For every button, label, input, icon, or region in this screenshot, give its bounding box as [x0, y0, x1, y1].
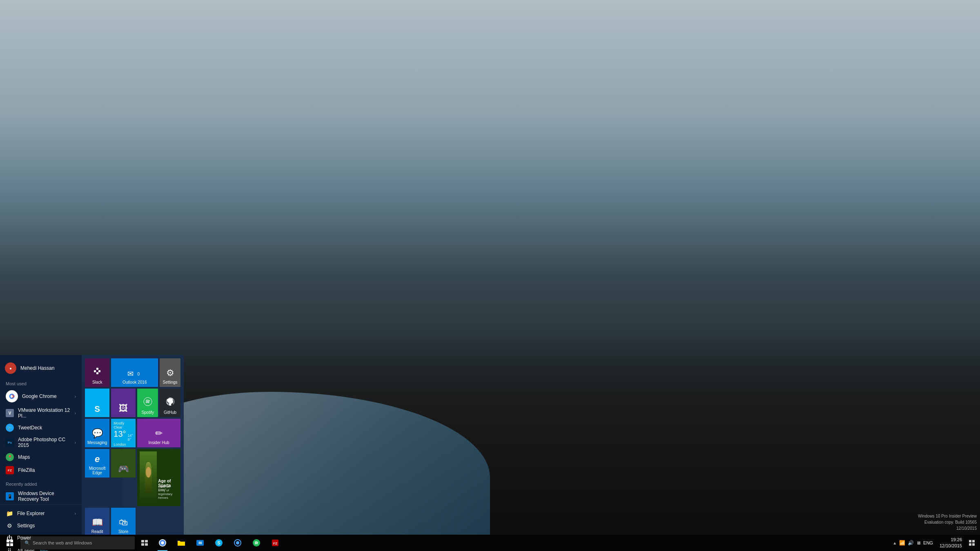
most-used-label: Most used: [0, 379, 82, 388]
menu-item-tweetdeck[interactable]: 🐦 TweetDeck: [0, 421, 82, 434]
win-info-date: 12/10/2015: [918, 525, 977, 531]
weather-info: Mostly Clear 13° 14° 8° London: [114, 421, 133, 447]
tile-store[interactable]: 🛍 Store: [111, 508, 136, 535]
taskbar-icon-outlook[interactable]: ✉: [191, 535, 209, 551]
svg-point-2: [11, 395, 13, 398]
recently-added-label: Recently added: [0, 479, 82, 488]
tile-messaging[interactable]: 💬 Messaging: [85, 419, 109, 447]
messaging-tile-icon: 💬: [92, 428, 103, 439]
power-label: Power: [17, 535, 31, 541]
power-icon: ⏻: [6, 534, 13, 542]
svg-point-25: [236, 541, 239, 544]
weather-condition: Mostly Clear: [114, 421, 133, 429]
svg-rect-6: [96, 372, 98, 374]
user-profile[interactable]: ● Mehedi Hassan: [0, 359, 82, 379]
tile-age-of-sparta[interactable]: Age of Sparta Free* Lead an army of lege…: [137, 449, 180, 506]
tile-photo[interactable]: 🖼: [111, 389, 136, 417]
tile-github[interactable]: GitHub: [160, 389, 180, 417]
svg-point-19: [161, 542, 164, 544]
wdrt-icon: 📱: [6, 492, 14, 500]
clock-time: 19:26: [951, 537, 962, 543]
user-avatar: ●: [5, 362, 16, 374]
svg-rect-5: [96, 368, 98, 370]
tweetdeck-label: TweetDeck: [18, 425, 42, 431]
taskbar-icon-filezilla[interactable]: FZ: [266, 535, 284, 551]
github-tile-icon: [166, 397, 175, 409]
vmware-arrow: ›: [75, 411, 76, 415]
menu-item-chrome[interactable]: Google Chrome ›: [0, 388, 82, 405]
edge-tile-label: Microsoft Edge: [87, 466, 107, 475]
spotify-tile-icon: [143, 397, 152, 409]
menu-item-settings[interactable]: ⚙ Settings: [0, 520, 82, 532]
menu-item-file-explorer[interactable]: 📁 File Explorer ›: [0, 507, 82, 520]
taskbar-icon-cortana[interactable]: [229, 535, 247, 551]
svg-text:✉: ✉: [198, 541, 202, 545]
taskbar-icon-file-explorer[interactable]: [172, 535, 190, 551]
spotify-tile-label: Spotify: [140, 410, 156, 415]
menu-item-power[interactable]: ⏻ Power: [0, 532, 82, 544]
start-tiles-panel: Slack ✉ 0 Outlook 2016 ⚙ Settings S 🖼: [82, 355, 184, 535]
language-indicator[interactable]: ENG: [923, 540, 933, 545]
notification-chevron-icon[interactable]: ▲: [893, 541, 897, 545]
svg-rect-15: [141, 543, 144, 546]
taskbar-icon-skype[interactable]: S: [210, 535, 228, 551]
menu-item-vmware[interactable]: V VMware Workstation 12 Pl... ›: [0, 405, 82, 421]
menu-item-filezilla[interactable]: FZ FileZilla: [0, 464, 82, 477]
vmware-icon: V: [6, 409, 14, 417]
tile-settings[interactable]: ⚙ Settings: [160, 358, 180, 387]
svg-rect-30: [972, 540, 975, 542]
tile-game1[interactable]: 🎮: [111, 449, 136, 478]
tile-slack[interactable]: Slack: [85, 358, 109, 387]
volume-icon[interactable]: 🔊: [908, 540, 914, 546]
taskbar-sys-icons: ▲ 📶 🔊 🖥 ENG: [889, 540, 936, 546]
menu-item-photoshop[interactable]: Ps Adobe Photoshop CC 2015 ›: [0, 434, 82, 451]
chrome-label: Google Chrome: [22, 393, 57, 399]
new-badge: New: [40, 549, 48, 551]
tile-insider-hub[interactable]: ✏ Insider Hub: [137, 419, 180, 447]
taskbar-pinned-apps: ✉ S FZ: [154, 535, 284, 551]
start-menu-left-panel: ● Mehedi Hassan Most used Google Chrome …: [0, 355, 82, 535]
taskbar-right: ▲ 📶 🔊 🖥 ENG 19:26 12/10/2015: [889, 535, 980, 551]
tile-outlook[interactable]: ✉ 0 Outlook 2016: [111, 358, 158, 387]
taskbar-clock[interactable]: 19:26 12/10/2015: [936, 537, 965, 549]
chrome-arrow: ›: [75, 394, 76, 399]
all-apps-icon: ⠿: [6, 547, 13, 551]
file-explorer-icon: 📁: [6, 510, 13, 517]
svg-rect-13: [141, 540, 144, 542]
network-icon[interactable]: 📶: [899, 540, 905, 546]
filezilla-icon: FZ: [6, 466, 14, 474]
readit-tile-icon: 📖: [92, 517, 103, 528]
tile-edge[interactable]: e Microsoft Edge: [85, 449, 109, 478]
display-icon[interactable]: 🖥: [916, 540, 921, 545]
slack-tile-icon: [92, 366, 102, 378]
wdrt-label: Windows Device Recovery Tool: [18, 491, 76, 502]
skype-tile-icon: S: [95, 404, 100, 414]
svg-text:FZ: FZ: [273, 542, 277, 545]
tile-skype[interactable]: S: [85, 389, 109, 417]
action-center-button[interactable]: [965, 535, 978, 551]
menu-item-maps[interactable]: 📍 Maps: [0, 451, 82, 464]
svg-rect-14: [145, 540, 148, 542]
task-view-button[interactable]: [136, 535, 154, 551]
chrome-icon: [6, 390, 18, 402]
settings-tile-icon: ⚙: [166, 368, 174, 378]
taskbar-icon-spotify[interactable]: [247, 535, 265, 551]
taskbar-icon-chrome[interactable]: [154, 535, 172, 551]
filezilla-label: FileZilla: [18, 467, 35, 473]
menu-item-wdrt[interactable]: 📱 Windows Device Recovery Tool: [0, 488, 82, 504]
weather-city: London: [114, 442, 126, 447]
tile-readit[interactable]: 📖 Readit: [85, 508, 109, 535]
clock-date: 12/10/2015: [940, 543, 962, 549]
tile-weather[interactable]: Mostly Clear 13° 14° 8° London: [111, 419, 136, 447]
insider-hub-icon: ✏: [155, 428, 163, 439]
start-menu: ● Mehedi Hassan Most used Google Chrome …: [0, 355, 184, 535]
all-apps-item[interactable]: ⠿ All apps New: [0, 544, 82, 551]
tile-spotify[interactable]: Spotify: [137, 389, 158, 417]
game-warrior-art: [140, 451, 157, 504]
readit-tile-label: Readit: [87, 529, 107, 534]
messaging-tile-label: Messaging: [87, 440, 107, 445]
photo-tile-icon: 🖼: [119, 403, 128, 414]
photoshop-label: Adobe Photoshop CC 2015: [18, 437, 71, 448]
win-info-line2: Evaluation copy. Build 10565: [918, 519, 977, 525]
svg-rect-4: [98, 370, 100, 372]
